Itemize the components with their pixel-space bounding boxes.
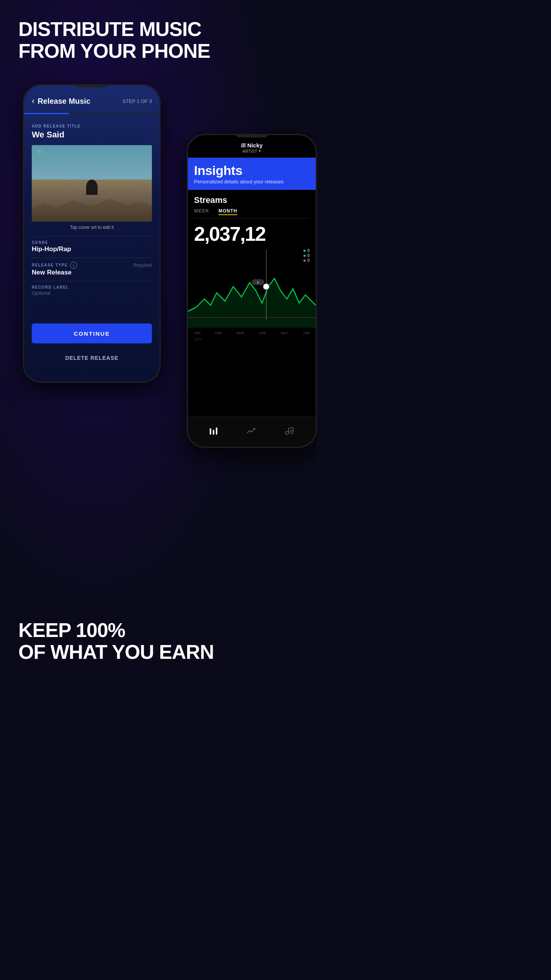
insights-title: Insights <box>194 163 310 178</box>
chart-svg: 0 <box>188 245 316 328</box>
svg-point-10 <box>290 431 293 434</box>
delete-button-label: DELETE RELEASE <box>65 355 118 361</box>
phone-screen-title: Release Music <box>37 97 90 106</box>
divider-2 <box>32 258 152 258</box>
artist-name: ill Nicky <box>194 142 310 149</box>
right-phone-screen: ill Nicky ARTIST ▾ Insights Personalized… <box>188 135 316 447</box>
divider-3 <box>32 281 152 281</box>
divider-1 <box>32 236 152 237</box>
page-content: DISTRIBUTE MUSIC FROM YOUR PHONE ‹ Relea… <box>0 0 317 686</box>
left-phone-screen: ‹ Release Music STEP 1 OF 3 ADD RELEASE … <box>24 85 160 382</box>
x-label-may: MAY <box>281 331 288 335</box>
x-label-jan: JAN <box>194 331 201 335</box>
artist-header: ill Nicky ARTIST ▾ <box>188 135 316 158</box>
svg-line-12 <box>289 428 293 428</box>
streams-count: 2,037,12 <box>188 219 316 245</box>
cover-art-caption: Tap cover art to edit it <box>32 225 152 230</box>
insights-header: Insights Personalized details about your… <box>188 158 316 190</box>
svg-rect-8 <box>216 428 217 434</box>
right-phone-notch <box>236 135 267 137</box>
music-nav-icon[interactable] <box>284 426 295 438</box>
genre-label: GENRE <box>32 240 152 245</box>
bottom-headline-line2: OF WHAT YOU EARN <box>18 641 214 663</box>
x-label-apr: APR <box>259 331 266 335</box>
back-arrow-icon: ‹ <box>32 96 34 106</box>
x-axis: JAN FEB MAR APR MAY JUN <box>188 330 316 336</box>
artist-type-label: ARTIST <box>243 149 258 154</box>
release-type-label: RELEASE TYPE <box>32 263 68 267</box>
back-button[interactable]: ‹ Release Music <box>32 96 90 106</box>
record-label-field[interactable]: RECORD LABEL Optional <box>32 285 152 296</box>
landscape-sky <box>32 145 152 183</box>
title-field-label: ADD RELEASE TITLE <box>32 124 152 128</box>
svg-text:0: 0 <box>257 281 259 284</box>
headline-line2: FROM YOUR PHONE <box>18 40 210 62</box>
bars-nav-icon[interactable] <box>209 426 220 438</box>
step-indicator: STEP 1 OF 3 <box>122 98 152 104</box>
artist-badge[interactable]: ARTIST ▾ <box>194 149 310 154</box>
artist-dropdown-icon: ▾ <box>259 149 261 154</box>
svg-rect-6 <box>210 428 211 434</box>
streams-tabs: WEEK MONTH <box>194 208 310 219</box>
svg-point-3 <box>263 283 269 290</box>
title-field: ADD RELEASE TITLE We Said <box>32 124 152 140</box>
title-field-value: We Said <box>32 130 152 140</box>
x-label-mar: MAR <box>237 331 245 335</box>
genre-field[interactable]: GENRE Hip-Hop/Rap <box>32 240 152 253</box>
headline-line1: DISTRIBUTE MUSIC <box>18 18 201 40</box>
release-type-field[interactable]: RELEASE TYPE i Required New Release <box>32 262 152 276</box>
insights-subtitle: Personalized details about your releases <box>194 179 310 185</box>
info-icon[interactable]: i <box>70 262 77 269</box>
continue-button[interactable]: CONTINUE <box>32 323 152 343</box>
release-type-row: RELEASE TYPE i Required <box>32 262 152 269</box>
x-label-feb: FEB <box>215 331 222 335</box>
phone-notch <box>77 85 107 88</box>
cover-art[interactable]: ♡ <box>32 145 152 222</box>
continue-button-label: CONTINUE <box>74 330 110 337</box>
progress-fill <box>24 113 69 114</box>
bottom-headline-line1: KEEP 100% <box>18 619 125 641</box>
tab-month[interactable]: MONTH <box>218 208 237 215</box>
left-phone: ‹ Release Music STEP 1 OF 3 ADD RELEASE … <box>23 84 161 383</box>
svg-point-9 <box>285 431 289 434</box>
year-label: 2023 <box>188 336 316 342</box>
record-label-label: RECORD LABEL <box>32 285 152 289</box>
chart-area: 0 0 0 <box>188 245 316 330</box>
person-silhouette <box>86 180 98 195</box>
genre-value: Hip-Hop/Rap <box>32 245 152 253</box>
tab-week[interactable]: WEEK <box>194 208 209 215</box>
x-label-jun: JUN <box>303 331 310 335</box>
heart-icon: ♡ <box>36 149 42 156</box>
required-badge: Required <box>133 263 152 268</box>
bottom-headline: KEEP 100% OF WHAT YOU EARN <box>18 619 298 663</box>
svg-rect-7 <box>213 430 214 434</box>
record-label-placeholder: Optional <box>32 290 152 296</box>
streams-section: Streams WEEK MONTH <box>188 190 316 219</box>
svg-marker-0 <box>188 278 316 328</box>
cover-art-bg: ♡ <box>32 145 152 222</box>
streams-title: Streams <box>194 195 310 205</box>
right-phone-nav <box>188 416 316 447</box>
right-phone: ill Nicky ARTIST ▾ Insights Personalized… <box>187 134 317 448</box>
release-type-value: New Release <box>32 269 152 276</box>
progress-bar <box>24 113 160 114</box>
release-type-left: RELEASE TYPE i <box>32 262 77 269</box>
delete-release-button[interactable]: DELETE RELEASE <box>32 350 152 366</box>
left-phone-header: ‹ Release Music STEP 1 OF 3 <box>24 96 160 106</box>
main-headline: DISTRIBUTE MUSIC FROM YOUR PHONE <box>18 18 298 62</box>
trend-nav-icon[interactable] <box>246 426 257 438</box>
